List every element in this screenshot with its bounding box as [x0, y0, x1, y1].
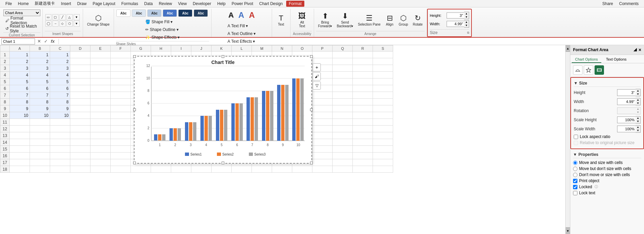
panel-scale-width-input[interactable] [617, 126, 636, 132]
col-header-D[interactable]: D [70, 45, 90, 52]
shape-round-rect[interactable]: ▢ [52, 14, 59, 20]
width-up[interactable]: ▲ [464, 21, 469, 24]
cell-2-17[interactable] [333, 58, 353, 65]
shape-more[interactable]: ▼ [74, 14, 80, 20]
text-fill-btn[interactable]: A Text Fill ▾ [226, 22, 258, 30]
cell-11-4[interactable] [70, 119, 90, 126]
cell-17-5[interactable] [90, 159, 111, 166]
chart-style-btn[interactable]: 🖌 [313, 72, 321, 80]
cell-8-4[interactable] [70, 99, 90, 105]
panel-scale-height-up[interactable]: ▲ [636, 116, 640, 120]
panel-scale-height-spinner[interactable]: ▲ ▼ [617, 116, 641, 124]
cell-8-19[interactable] [373, 99, 393, 105]
cell-13-1[interactable] [10, 132, 30, 139]
cell-5-1[interactable]: 5 [10, 78, 30, 85]
cell-2-1[interactable]: 2 [10, 58, 30, 65]
cell-9-19[interactable] [373, 105, 393, 112]
cell-13-16[interactable] [312, 132, 333, 139]
shape-more2[interactable]: ▼ [74, 21, 80, 27]
cell-2-5[interactable] [90, 58, 111, 65]
cell-11-6[interactable] [111, 119, 131, 126]
col-header-M[interactable]: M [252, 45, 272, 52]
shape-style-0[interactable]: Abc [116, 9, 130, 17]
change-shape-btn[interactable]: ⬡ Change Shape [85, 11, 112, 29]
cell-4-18[interactable] [353, 72, 373, 78]
cell-10-19[interactable] [373, 112, 393, 119]
cell-15-2[interactable] [30, 146, 50, 153]
cell-17-3[interactable] [50, 159, 70, 166]
cell-1-17[interactable] [333, 52, 353, 58]
cell-16-2[interactable] [30, 153, 50, 159]
panel-height-up[interactable]: ▲ [636, 89, 640, 93]
locked-checkbox[interactable] [573, 185, 577, 189]
menu-newtab[interactable]: 新建选项卡 [32, 0, 58, 7]
cell-13-18[interactable] [353, 132, 373, 139]
panel-height-input[interactable] [617, 89, 636, 96]
cell-14-1[interactable] [10, 139, 30, 146]
name-box[interactable] [1, 38, 35, 44]
confirm-formula-btn[interactable]: ✓ [43, 38, 49, 44]
cell-18-16[interactable] [312, 166, 333, 173]
height-up[interactable]: ▲ [464, 12, 469, 15]
cell-1-18[interactable] [353, 52, 373, 58]
handle-mr[interactable] [310, 108, 313, 111]
handle-ml[interactable] [133, 108, 136, 111]
col-header-H[interactable]: H [151, 45, 171, 52]
cell-7-3[interactable]: 7 [50, 92, 70, 99]
col-header-J[interactable]: J [191, 45, 212, 52]
cell-7-4[interactable] [70, 92, 90, 99]
cell-18-9[interactable] [171, 166, 191, 173]
cell-16-3[interactable] [50, 153, 70, 159]
cell-5-3[interactable]: 5 [50, 78, 70, 85]
radio-move-size[interactable] [573, 161, 577, 165]
height-down[interactable]: ▼ [464, 15, 469, 19]
chart-area-dropdown[interactable]: Chart Area [3, 9, 40, 16]
cell-13-2[interactable] [30, 132, 50, 139]
cell-4-2[interactable]: 4 [30, 72, 50, 78]
cell-17-17[interactable] [333, 159, 353, 166]
cell-9-4[interactable] [70, 105, 90, 112]
cell-6-1[interactable]: 6 [10, 85, 30, 92]
cell-12-6[interactable] [111, 126, 131, 132]
text-effects-btn[interactable]: A Text Effects ▾ [226, 38, 258, 45]
cell-14-5[interactable] [90, 139, 111, 146]
panel-pin-btn[interactable]: ◢ [634, 47, 637, 53]
cell-3-4[interactable] [70, 65, 90, 72]
cell-5-6[interactable] [111, 78, 131, 85]
cell-16-18[interactable] [353, 153, 373, 159]
cell-18-5[interactable] [90, 166, 111, 173]
cell-11-3[interactable] [50, 119, 70, 126]
cell-14-18[interactable] [353, 139, 373, 146]
cell-10-5[interactable] [90, 112, 111, 119]
cell-4-19[interactable] [373, 72, 393, 78]
cell-8-17[interactable] [333, 99, 353, 105]
cell-12-2[interactable] [30, 126, 50, 132]
shape-style-4[interactable]: Abc [178, 9, 192, 17]
cell-11-5[interactable] [90, 119, 111, 126]
cell-14-19[interactable] [373, 139, 393, 146]
cell-1-3[interactable]: 1 [50, 52, 70, 58]
align-btn[interactable]: ⊟ Align [383, 10, 396, 30]
text-fill-dropdown-icon[interactable]: ▾ [246, 24, 248, 28]
shape-fill-btn[interactable]: 🪣 Shape Fill ▾ [143, 18, 182, 26]
cell-13-6[interactable] [111, 132, 131, 139]
cell-8-6[interactable] [111, 99, 131, 105]
selection-pane-btn[interactable]: ☰ Selection Pane [356, 10, 382, 30]
cell-15-16[interactable] [312, 146, 333, 153]
menu-review[interactable]: Review [156, 1, 175, 7]
cell-4-3[interactable]: 4 [50, 72, 70, 78]
menu-view[interactable]: View [176, 1, 190, 7]
text-effects-dropdown-icon[interactable]: ▾ [253, 39, 255, 44]
cell-3-18[interactable] [353, 65, 373, 72]
cell-7-1[interactable]: 7 [10, 92, 30, 99]
cell-5-17[interactable] [333, 78, 353, 85]
cell-15-6[interactable] [111, 146, 131, 153]
col-header-A[interactable]: A [10, 45, 30, 52]
cell-12-19[interactable] [373, 126, 393, 132]
cell-17-6[interactable] [111, 159, 131, 166]
cell-2-2[interactable]: 2 [30, 58, 50, 65]
cell-7-5[interactable] [90, 92, 111, 99]
cell-5-2[interactable]: 5 [30, 78, 50, 85]
lock-aspect-checkbox[interactable] [574, 135, 578, 139]
cell-13-17[interactable] [333, 132, 353, 139]
